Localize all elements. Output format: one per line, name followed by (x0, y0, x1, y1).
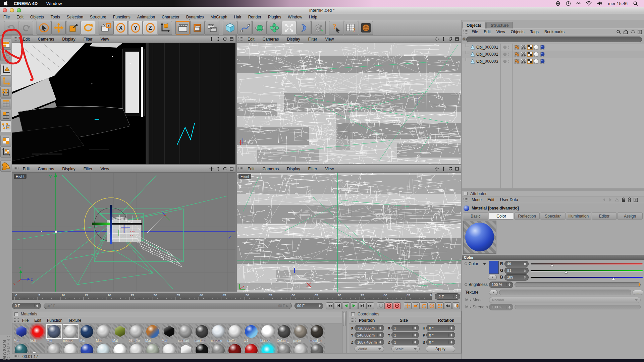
texture-tag-icon[interactable] (527, 45, 533, 50)
visibility-toggles[interactable] (500, 53, 512, 56)
menu-window[interactable]: Window (284, 15, 306, 19)
particles-tool-button[interactable] (311, 21, 326, 35)
object-manager-menu-view[interactable]: View (496, 29, 505, 34)
material-thumbnail[interactable] (310, 343, 325, 353)
attribute-tab-color[interactable]: Color (489, 213, 514, 220)
undo-button[interactable] (4, 21, 18, 35)
color-mode-dropdown-icon[interactable] (483, 263, 486, 265)
keyframe-selection-button[interactable] (452, 302, 460, 309)
add-spline-button[interactable] (237, 21, 252, 35)
material-thumbnail[interactable] (30, 324, 45, 339)
material-name-label[interactable]: Mat (79, 339, 95, 343)
size-z-field[interactable]: 1 (391, 339, 419, 345)
material-thumbnail[interactable] (145, 324, 160, 339)
polygon-object-icon[interactable] (470, 45, 475, 50)
attribute-tab-illumination[interactable]: Illumination (566, 213, 591, 220)
panel-grip-icon[interactable] (13, 355, 18, 359)
material-name-label[interactable]: Default_ (277, 339, 292, 343)
material-thumbnail[interactable] (129, 343, 144, 353)
coordinate-system-button[interactable] (158, 21, 172, 35)
viewport-pan-icon[interactable] (435, 167, 439, 171)
object-manager-menu-tags[interactable]: Tags (530, 29, 539, 34)
wireframe-viewport-canvas[interactable] (237, 43, 461, 164)
material-name-label[interactable]: Mat (14, 339, 29, 343)
mac-clock[interactable]: mer 15.46 (608, 1, 628, 6)
texture-mode-icon[interactable] (0, 135, 11, 146)
position-y-field[interactable]: 246.882 m (355, 332, 384, 338)
material-thumbnail[interactable] (14, 324, 29, 339)
metaball-tool-button[interactable] (297, 21, 311, 35)
material-thumbnail[interactable] (30, 343, 45, 353)
viewport-menu-view[interactable]: View (321, 37, 338, 42)
attribute-tab-reflection[interactable]: Reflection (514, 213, 540, 220)
sound-toggle-button[interactable] (444, 302, 452, 309)
materials-scrollbar[interactable] (342, 311, 346, 353)
viewport-menu-cameras[interactable]: Cameras (34, 37, 58, 42)
viewport-zoom-icon[interactable] (216, 167, 220, 171)
material-thumbnail[interactable] (129, 324, 144, 339)
mac-app-name[interactable]: CINEMA 4D (14, 1, 38, 6)
record-keyframe-button[interactable] (377, 302, 385, 309)
viewport-menu-display[interactable]: Display (283, 37, 304, 42)
add-nurbs-button[interactable] (252, 21, 267, 35)
tab-objects[interactable]: Objects (462, 22, 486, 29)
panel-grip-icon[interactable] (463, 30, 468, 34)
layout-icon[interactable] (0, 39, 11, 50)
viewport-bottom-left[interactable]: EditCamerasDisplayFilterView Right (12, 165, 235, 292)
apply-button[interactable]: Apply (426, 346, 455, 352)
material-name-label[interactable]: sanitari (178, 339, 193, 343)
expand-object-button[interactable] (282, 21, 296, 35)
selection-tag-icon[interactable] (514, 52, 520, 57)
size-y-field[interactable]: 1 (391, 332, 419, 338)
material-thumbnail[interactable] (96, 343, 111, 353)
points-mode-icon[interactable] (0, 87, 11, 98)
material-thumbnail[interactable] (244, 324, 259, 339)
menu-dynamics[interactable]: Dynamics (183, 15, 207, 19)
panel-grip-icon[interactable] (13, 37, 18, 41)
brightness-field[interactable]: 100 % (489, 282, 513, 288)
object-row[interactable]: Obj_000003 (462, 58, 644, 65)
timeline-ruler[interactable]: 051015202530354045505560657075808590 (12, 293, 432, 300)
stepper-icon[interactable] (317, 304, 321, 307)
material-name-label[interactable]: Mat (112, 339, 127, 343)
wifi-status-icon[interactable] (586, 1, 592, 6)
material-thumbnail[interactable] (112, 324, 127, 339)
object-row[interactable]: Obj_000001 (462, 44, 644, 51)
material-name-label[interactable]: led3 (30, 339, 45, 343)
object-axis-mode-icon[interactable] (0, 121, 11, 132)
material-name-label[interactable]: Mat (96, 339, 111, 343)
goto-end-button[interactable] (366, 302, 374, 309)
viewport-menu-edit[interactable]: Edit (244, 37, 259, 42)
material-thumbnail[interactable] (63, 324, 78, 339)
blue-material-tag-icon[interactable] (540, 45, 545, 50)
material-thumbnail[interactable] (195, 343, 210, 353)
viewport-rotate-icon[interactable] (223, 167, 227, 171)
add-panel-icon[interactable] (634, 198, 638, 202)
material-thumbnail[interactable] (260, 324, 275, 339)
viewport-rotate-icon[interactable] (448, 37, 452, 41)
polygon-object-icon[interactable] (470, 59, 475, 64)
green-slider[interactable] (531, 268, 643, 273)
sync-icon[interactable] (628, 197, 631, 202)
attributes-menu-mode[interactable]: Mode (472, 197, 482, 202)
texture-browse-button[interactable]: ... (633, 290, 643, 295)
edges-mode-icon[interactable] (0, 98, 11, 109)
make-editable-icon[interactable] (0, 64, 11, 75)
panel-grip-icon[interactable] (463, 198, 468, 202)
add-array-object-button[interactable] (267, 21, 281, 35)
globe-status-icon[interactable] (555, 1, 560, 6)
record-position-button[interactable] (404, 302, 412, 309)
texture-tag-icon[interactable] (527, 59, 533, 64)
menu-hair[interactable]: Hair (231, 15, 245, 19)
material-thumbnail[interactable] (293, 343, 308, 353)
viewport-zoom-icon[interactable] (216, 37, 220, 41)
stepper-icon[interactable] (34, 304, 38, 307)
visibility-toggles[interactable] (500, 60, 512, 63)
nav-back-icon[interactable] (602, 198, 606, 202)
blue-material-tag-icon[interactable] (540, 52, 545, 57)
viewport-rotate-icon[interactable] (448, 167, 452, 171)
object-name[interactable]: Obj_000001 (476, 45, 498, 50)
red-value-field[interactable]: 49 (504, 261, 529, 267)
clear-filter-icon[interactable]: ✕ (462, 37, 466, 41)
attributes-menu-edit[interactable]: Edit (487, 197, 494, 202)
